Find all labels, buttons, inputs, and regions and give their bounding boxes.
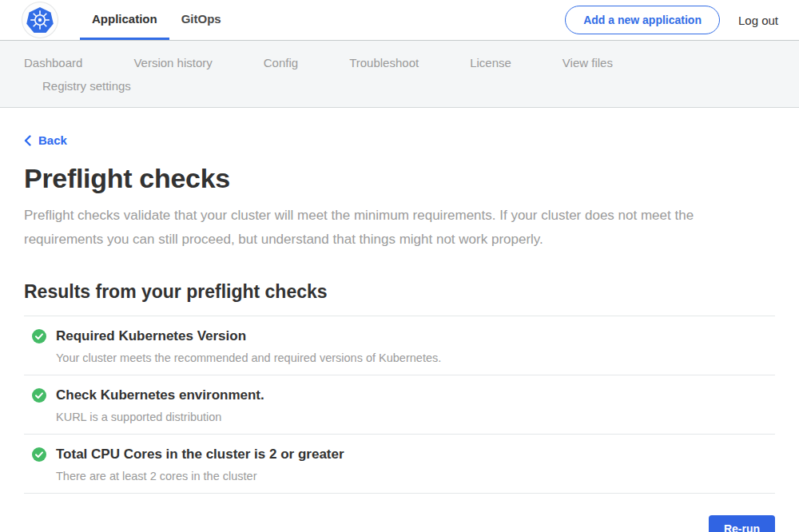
tab-gitops[interactable]: GitOps (169, 0, 233, 40)
kubernetes-logo (22, 2, 58, 38)
check-row-kubernetes-environment: Check Kubernetes environment. KURL is a … (24, 375, 775, 434)
tab-application-label: Application (92, 12, 157, 26)
logout-link[interactable]: Log out (738, 14, 778, 27)
results-heading: Results from your preflight checks (24, 281, 775, 303)
preflight-page: Back Preflight checks Preflight checks v… (0, 108, 799, 532)
subnav-item-registry-settings[interactable]: Registry settings (42, 79, 131, 93)
check-row-kubernetes-version: Required Kubernetes Version Your cluster… (24, 316, 775, 375)
subnav-item-dashboard[interactable]: Dashboard (24, 56, 82, 69)
subnav-item-license[interactable]: License (470, 56, 511, 69)
check-pass-icon (32, 447, 46, 462)
preflight-results-list: Required Kubernetes Version Your cluster… (24, 316, 775, 494)
chevron-left-icon (24, 135, 31, 146)
check-message: Your cluster meets the recommended and r… (56, 351, 441, 364)
check-title: Check Kubernetes environment. (56, 387, 264, 403)
back-link[interactable]: Back (24, 133, 67, 147)
rerun-button[interactable]: Re-run (709, 515, 775, 532)
subnav-item-version-history[interactable]: Version history (133, 56, 212, 69)
check-message: There are at least 2 cores in the cluste… (56, 470, 344, 482)
back-link-label: Back (38, 133, 67, 147)
results-list-bottom-divider (24, 493, 775, 494)
page-description: Preflight checks validate that your clus… (24, 204, 767, 252)
primary-tabs: Application GitOps (80, 0, 233, 40)
add-new-application-button[interactable]: Add a new application (565, 6, 720, 34)
subnav-item-view-files[interactable]: View files (562, 56, 613, 69)
subnav-item-troubleshoot[interactable]: Troubleshoot (349, 56, 419, 69)
check-message: KURL is a supported distribution (56, 411, 264, 423)
tab-application[interactable]: Application (80, 0, 169, 40)
check-pass-icon (32, 329, 46, 343)
subnav-row-1: Dashboard Version history Config Trouble… (24, 51, 799, 74)
kubernetes-logo-icon (25, 5, 55, 35)
check-text: Check Kubernetes environment. KURL is a … (56, 387, 264, 423)
check-pass-icon (32, 388, 46, 403)
actions-bar: Re-run (24, 515, 775, 532)
subnav-row-2: Registry settings (24, 74, 799, 97)
subnav-item-config[interactable]: Config (264, 56, 298, 69)
check-text: Required Kubernetes Version Your cluster… (56, 328, 441, 364)
check-text: Total CPU Cores in the cluster is 2 or g… (56, 447, 344, 482)
page-title: Preflight checks (24, 163, 775, 194)
top-navbar: Application GitOps Add a new application… (0, 0, 799, 41)
tab-gitops-label: GitOps (181, 12, 221, 26)
check-row-cpu-cores: Total CPU Cores in the cluster is 2 or g… (24, 434, 775, 493)
check-title: Total CPU Cores in the cluster is 2 or g… (56, 447, 344, 463)
app-subnav: Dashboard Version history Config Trouble… (0, 41, 799, 108)
navbar-right: Add a new application Log out (565, 0, 799, 40)
check-title: Required Kubernetes Version (56, 328, 441, 344)
